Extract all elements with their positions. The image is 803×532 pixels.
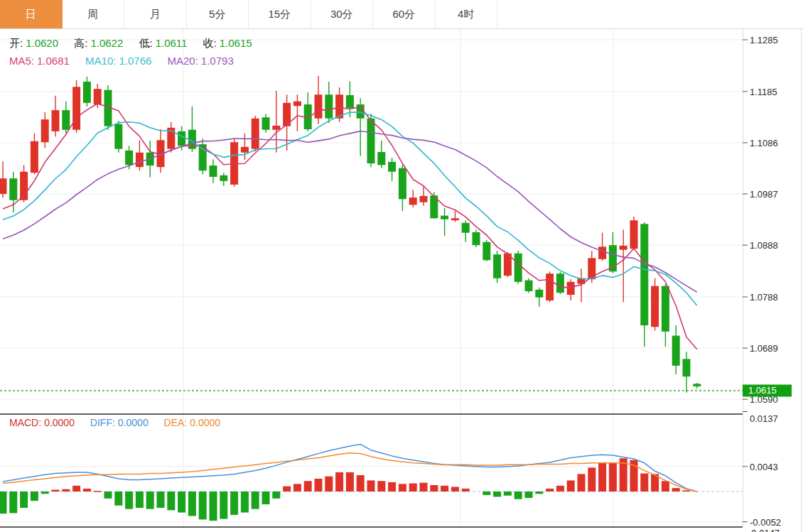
price-axis-label: 1.0788 (750, 292, 778, 303)
candle-body (41, 119, 49, 142)
tab-week[interactable]: 周 (63, 0, 125, 28)
candle-body (114, 124, 122, 149)
macd-axis-label: -0.0052 (750, 517, 781, 528)
candlestick-chart[interactable]: 1.12851.11851.10861.09871.08881.07881.06… (0, 29, 803, 532)
macd-bar (262, 492, 270, 504)
macd-bar (420, 483, 428, 492)
last-price-tag-label: 1.0615 (748, 385, 777, 396)
macd-bar (672, 488, 680, 492)
candle-body (451, 218, 459, 220)
macd-bar (357, 475, 365, 492)
price-axis-label: 1.1086 (750, 138, 778, 148)
candle-body (9, 178, 17, 200)
macd-bar (188, 492, 196, 516)
macd-bar (136, 492, 144, 508)
macd-bar (0, 492, 7, 514)
candle-body (325, 94, 333, 119)
tab-4hour[interactable]: 4时 (436, 0, 498, 28)
macd-bar (210, 492, 217, 521)
macd-bar (409, 484, 417, 492)
macd-bar (462, 489, 470, 492)
candle-body (473, 232, 480, 245)
candle-body (220, 175, 227, 181)
macd-bar (483, 492, 490, 495)
macd-bar (556, 486, 564, 492)
price-axis-label: 1.0987 (750, 189, 778, 200)
price-axis-label: 1.0888 (750, 240, 778, 251)
candle-body (535, 290, 543, 298)
candle-body (693, 384, 701, 386)
tab-5min[interactable]: 5分 (187, 0, 249, 28)
macd-bar (567, 480, 575, 492)
macd-bar (514, 492, 522, 499)
candle-body (483, 242, 490, 260)
macd-bar (640, 474, 648, 492)
macd-bar (72, 486, 80, 492)
candle-body (683, 359, 691, 376)
candle-body (262, 117, 270, 129)
macd-bar (31, 492, 38, 501)
macd-bar (94, 491, 102, 492)
candle-body (388, 162, 396, 172)
candle-body (399, 168, 406, 200)
candle-body (272, 126, 280, 130)
tab-month[interactable]: 月 (124, 0, 187, 28)
candle-body (620, 246, 627, 250)
candle-body (409, 197, 417, 205)
candle-body (367, 119, 375, 163)
macd-bar (252, 492, 259, 509)
ma5-line (3, 104, 697, 349)
tab-60min[interactable]: 60分 (373, 0, 436, 28)
timeframe-tabbar: 日周月5分15分30分60分4时 (0, 0, 803, 29)
candle-body (441, 216, 448, 219)
candle-body (241, 147, 249, 153)
macd-bar (41, 492, 49, 494)
candle-body (556, 273, 564, 293)
macd-bar (451, 487, 459, 492)
macd-bar (546, 489, 554, 492)
candle-body (125, 151, 133, 165)
macd-bar (325, 477, 333, 492)
candle-body (83, 82, 91, 103)
macd-bar (683, 490, 691, 492)
candle-body (651, 286, 659, 327)
macd-bar (104, 492, 112, 499)
macd-bar (315, 479, 323, 492)
macd-bar (335, 472, 343, 492)
candle-body (293, 102, 301, 107)
candle-body (640, 224, 648, 325)
price-axis-label: 1.0689 (750, 343, 778, 354)
macd-bar (283, 487, 291, 492)
macd-bar (272, 492, 280, 499)
macd-bar (199, 492, 207, 519)
candle-body (136, 153, 144, 167)
candle-body (252, 119, 259, 149)
tab-day[interactable]: 日 (0, 0, 63, 28)
macd-bar (20, 492, 28, 508)
candle-body (462, 223, 470, 233)
macd-bar (167, 492, 175, 510)
macd-bar (399, 484, 406, 492)
candle-body (52, 110, 60, 131)
macd-bar (230, 492, 238, 515)
candle-body (346, 95, 354, 108)
candle-body (377, 152, 385, 165)
candle-body (525, 281, 533, 291)
chart-area[interactable]: 1.12851.11851.10861.09871.08881.07881.06… (0, 29, 803, 532)
candle-body (210, 165, 217, 177)
macd-bar (83, 489, 91, 492)
candle-body (315, 94, 323, 119)
macd-bar (609, 462, 617, 492)
candle-body (178, 131, 185, 146)
tab-15min[interactable]: 15分 (249, 0, 311, 28)
tab-30min[interactable]: 30分 (311, 0, 374, 28)
macd-bar (377, 481, 385, 492)
macd-bar (157, 492, 165, 508)
macd-bar (662, 481, 669, 492)
macd-bar (430, 485, 438, 492)
candle-body (514, 254, 522, 282)
macd-bar (52, 490, 60, 492)
macd-bar (388, 482, 396, 492)
price-axis-label: 1.1185 (750, 87, 777, 97)
candle-body (598, 246, 606, 259)
